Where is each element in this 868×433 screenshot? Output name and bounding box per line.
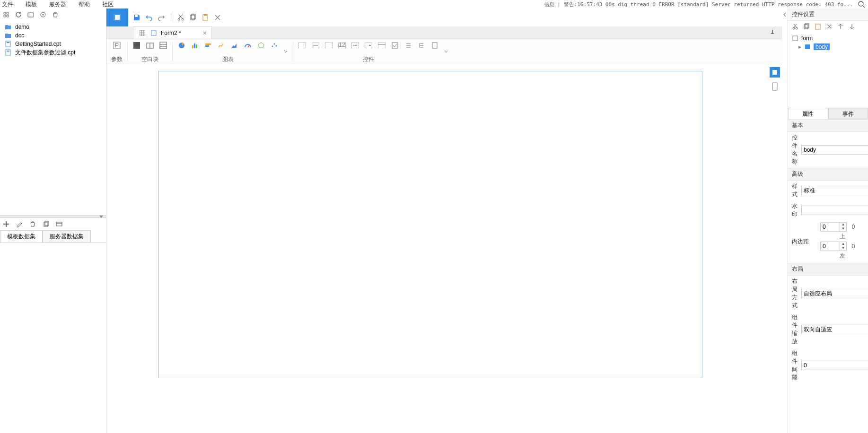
menu-template[interactable]: 模板 [26,0,37,9]
label-scale: 组件缩放 [792,313,798,346]
date-widget-icon[interactable] [377,41,386,50]
document-tab-label: Form2 * [161,30,181,36]
password-widget-icon[interactable] [351,41,359,50]
stacked-bar-icon[interactable] [204,41,212,50]
delete-icon[interactable] [51,10,60,19]
add-dataset-icon[interactable] [2,220,10,228]
collapse-icon[interactable] [2,10,10,19]
tree-file-gettingstarted[interactable]: GettingStarted.cpt [0,40,106,48]
tab-close-icon[interactable]: × [203,30,207,36]
dataset-splitter[interactable] [0,215,106,218]
delete-icon[interactable] [825,22,833,31]
chart-dropdown-icon[interactable] [283,39,293,64]
menu-file[interactable]: 文件 [2,0,13,9]
phone-mode-icon[interactable] [770,81,780,92]
text-widget-icon[interactable] [298,41,307,50]
home-button[interactable] [106,9,128,26]
form-body[interactable] [158,71,702,378]
outline-body[interactable]: ▸ body [791,43,865,51]
select-layout-mode[interactable] [801,289,868,298]
cut-icon[interactable] [176,13,185,22]
spin-padding-top[interactable]: ▲▼ [820,222,847,232]
combo-widget-icon[interactable] [364,41,373,50]
copy-dataset-icon[interactable] [42,220,50,228]
file-tree[interactable]: demo doc GettingStarted.cpt 文件数据集参数过滤.cp… [0,21,106,215]
dataset-list[interactable] [0,242,106,433]
svg-point-17 [182,18,184,20]
input-gap[interactable] [801,361,868,370]
move-up-icon[interactable] [836,22,845,31]
paste-icon[interactable] [201,13,210,22]
refresh-icon[interactable] [14,10,23,19]
outline-root[interactable]: form [791,34,865,43]
svg-rect-9 [44,222,48,226]
copy-icon[interactable] [802,22,811,31]
svg-rect-8 [7,51,9,52]
label-widget-icon[interactable] [311,41,320,50]
outline-body-label: body [814,43,830,50]
save-icon[interactable] [132,13,141,22]
spin-padding-left[interactable]: ▲▼ [820,242,847,251]
move-down-icon[interactable] [848,22,856,31]
menu-help[interactable]: 帮助 [79,0,90,9]
svg-rect-69 [772,70,777,75]
svg-rect-60 [392,43,398,48]
scatter-chart-icon[interactable] [270,41,279,50]
select-style[interactable] [801,186,868,195]
input-watermark[interactable] [801,206,868,215]
tree-folder-doc[interactable]: doc [0,31,106,40]
line-chart-icon[interactable] [217,41,226,50]
svg-rect-50 [325,43,333,48]
document-tab[interactable]: Form2 * × [133,26,212,39]
menu-server[interactable]: 服务器 [49,0,66,9]
radar-chart-icon[interactable] [257,41,265,50]
open-folder-icon[interactable] [26,10,35,19]
redo-icon[interactable] [157,13,166,22]
select-scale[interactable] [801,325,868,334]
preview-dataset-icon[interactable] [55,220,63,228]
bar-chart-icon[interactable] [191,41,199,50]
copy-icon[interactable] [188,13,198,22]
area-chart-icon[interactable] [230,41,239,50]
paste-icon[interactable] [814,22,822,31]
pie-chart-icon[interactable] [177,41,186,50]
button-widget-icon[interactable] [324,41,333,50]
delete-dataset-icon[interactable] [28,220,37,228]
number-widget-icon[interactable]: 12 [338,41,346,50]
expand-caret-icon[interactable]: ▸ [798,43,801,50]
svg-rect-2 [28,13,34,17]
svg-rect-11 [56,222,62,226]
svg-text:12: 12 [339,43,345,48]
menu-community[interactable]: 社区 [102,0,114,9]
svg-rect-22 [140,30,145,36]
search-icon[interactable] [857,0,866,9]
report-block-icon[interactable] [159,41,167,50]
list-widget-icon[interactable] [404,41,412,50]
tab-attributes[interactable]: 属性 [788,108,828,119]
tree-folder-demo[interactable]: demo [0,23,106,31]
tree-widget-icon[interactable] [417,41,426,50]
param-panel-icon[interactable]: P [113,41,121,50]
file-widget-icon[interactable] [430,41,439,50]
locate-icon[interactable] [39,10,47,19]
cut-icon[interactable] [791,22,799,31]
gauge-chart-icon[interactable] [244,41,252,50]
tab-events[interactable]: 事件 [828,108,868,119]
input-widget-name[interactable] [801,145,868,155]
pin-icon[interactable] [768,28,777,37]
widget-outline[interactable]: form ▸ body [788,32,868,108]
undo-icon[interactable] [144,13,154,22]
svg-rect-18 [191,15,194,20]
close-icon[interactable] [213,13,222,22]
edit-dataset-icon[interactable] [15,220,24,228]
tab-block-icon[interactable] [146,41,154,50]
right-panel-toggle[interactable] [782,9,788,21]
checkbox-widget-icon[interactable] [391,41,399,50]
tab-template-dataset[interactable]: 模板数据集 [0,230,43,242]
fit-mode-icon[interactable] [770,67,780,78]
absolute-block-icon[interactable] [132,41,141,50]
tab-server-dataset[interactable]: 服务器数据集 [43,230,91,242]
widget-dropdown-icon[interactable] [444,39,453,64]
design-canvas[interactable] [106,64,782,433]
tree-file-filter[interactable]: 文件数据集参数过滤.cpt [0,48,106,57]
